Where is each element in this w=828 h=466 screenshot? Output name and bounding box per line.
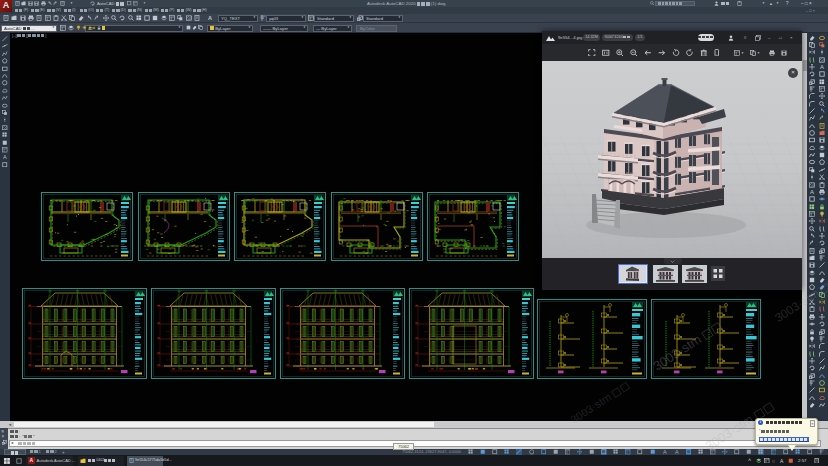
svg-text:A: A bbox=[3, 154, 7, 160]
svg-text:A: A bbox=[663, 449, 667, 455]
svg-text:A: A bbox=[810, 189, 814, 195]
svg-text:A: A bbox=[820, 64, 824, 70]
svg-text:A: A bbox=[675, 449, 679, 455]
